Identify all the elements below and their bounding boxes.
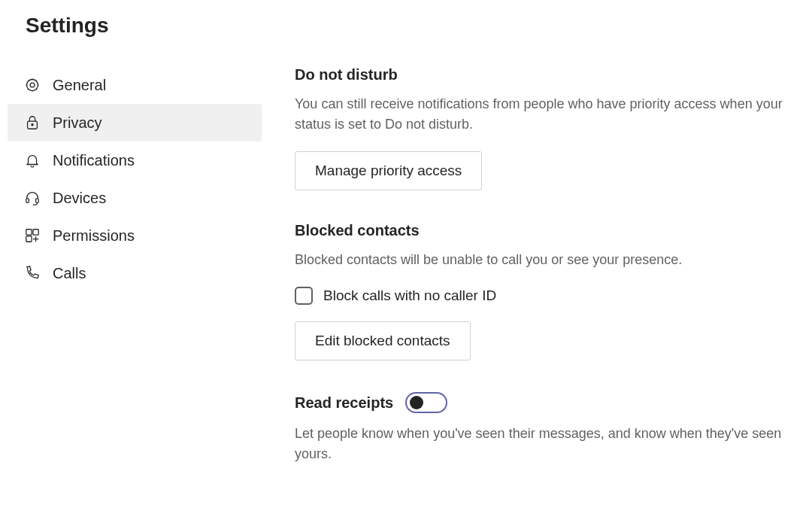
sidebar-item-calls[interactable]: Calls — [8, 254, 262, 292]
svg-point-0 — [30, 83, 35, 87]
svg-point-1 — [26, 79, 38, 90]
manage-priority-access-button[interactable]: Manage priority access — [295, 151, 482, 190]
headset-icon — [24, 190, 45, 206]
block-no-caller-id-checkbox[interactable] — [295, 287, 313, 305]
sidebar-item-label: Notifications — [53, 152, 135, 169]
page-title: Settings — [0, 0, 812, 38]
svg-point-3 — [32, 124, 33, 126]
svg-rect-8 — [26, 236, 32, 242]
edit-blocked-contacts-button[interactable]: Edit blocked contacts — [295, 321, 471, 360]
blocked-description: Blocked contacts will be unable to call … — [295, 250, 788, 270]
block-no-caller-id-row: Block calls with no caller ID — [295, 287, 788, 305]
settings-content: Do not disturb You can still receive not… — [262, 66, 803, 481]
section-do-not-disturb: Do not disturb You can still receive not… — [295, 66, 788, 190]
dnd-heading: Do not disturb — [295, 66, 788, 84]
sidebar-item-label: Permissions — [53, 227, 135, 245]
svg-rect-5 — [36, 199, 39, 203]
block-no-caller-id-label: Block calls with no caller ID — [323, 287, 496, 304]
sidebar-item-label: Privacy — [53, 114, 102, 132]
bell-icon — [24, 152, 45, 169]
svg-rect-4 — [26, 199, 29, 203]
phone-icon — [24, 265, 45, 281]
svg-rect-7 — [33, 230, 38, 235]
settings-sidebar: General Privacy Notifications — [0, 66, 262, 481]
section-read-receipts: Read receipts Let people know when you'v… — [295, 392, 788, 464]
read-receipts-heading: Read receipts — [295, 394, 393, 412]
blocked-heading: Blocked contacts — [295, 222, 788, 239]
sidebar-item-privacy[interactable]: Privacy — [8, 104, 262, 141]
read-receipts-description: Let people know when you've seen their m… — [295, 424, 788, 464]
sidebar-item-general[interactable]: General — [8, 66, 262, 104]
sidebar-item-notifications[interactable]: Notifications — [8, 141, 262, 179]
svg-rect-6 — [26, 230, 32, 235]
apps-icon — [24, 227, 45, 244]
main-layout: General Privacy Notifications — [0, 66, 812, 481]
annotation-arrow — [0, 481, 812, 520]
sidebar-item-label: Calls — [53, 265, 86, 282]
toggle-knob — [410, 396, 423, 409]
gear-icon — [24, 77, 45, 93]
section-blocked-contacts: Blocked contacts Blocked contacts will b… — [295, 222, 788, 360]
read-receipts-toggle[interactable] — [405, 392, 447, 413]
dnd-description: You can still receive notifications from… — [295, 94, 788, 135]
sidebar-item-label: General — [53, 77, 106, 94]
lock-icon — [24, 114, 45, 131]
sidebar-item-permissions[interactable]: Permissions — [8, 217, 262, 254]
sidebar-item-label: Devices — [53, 190, 106, 207]
sidebar-item-devices[interactable]: Devices — [8, 179, 262, 217]
